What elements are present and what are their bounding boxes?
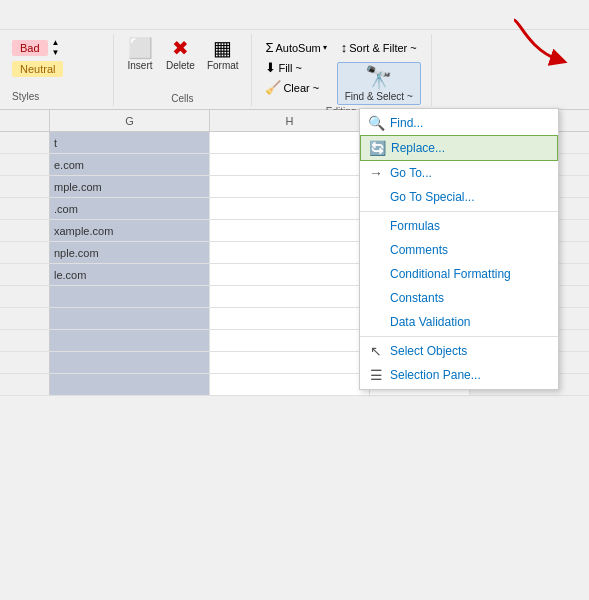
cell-g[interactable]: .com xyxy=(50,198,210,219)
styles-label: Styles xyxy=(12,89,105,102)
row-header xyxy=(0,264,50,285)
cell-g[interactable] xyxy=(50,330,210,351)
formulas-icon xyxy=(368,218,384,234)
sort-icon: ↕ xyxy=(341,40,348,55)
fill-label: Fill ~ xyxy=(278,62,302,74)
format-button[interactable]: ▦ Format xyxy=(203,36,243,73)
find-select-button[interactable]: 🔭 Find & Select ~ xyxy=(337,62,421,105)
col-header-g: G xyxy=(50,110,210,131)
row-header xyxy=(0,198,50,219)
cell-g[interactable]: xample.com xyxy=(50,220,210,241)
conditional-icon xyxy=(368,266,384,282)
row-header xyxy=(0,330,50,351)
cells-buttons: ⬜ Insert ✖ Delete ▦ Format xyxy=(122,36,243,91)
clear-button[interactable]: 🧹 Clear ~ xyxy=(261,78,330,97)
selection-pane-icon: ☰ xyxy=(368,367,384,383)
menu-formulas[interactable]: Formulas xyxy=(360,214,558,238)
find-select-label: Find & Select ~ xyxy=(345,91,413,102)
insert-label: Insert xyxy=(127,60,152,71)
row-header xyxy=(0,176,50,197)
autosum-arrow: ▾ xyxy=(323,43,327,52)
cell-h[interactable] xyxy=(210,132,370,153)
ribbon: Bad ▲▼ Neutral Styles ⬜ Insert ✖ Delete xyxy=(0,0,589,110)
sort-filter-button[interactable]: ↕ Sort & Filter ~ xyxy=(337,38,421,57)
cell-g[interactable]: nple.com xyxy=(50,242,210,263)
menu-comments[interactable]: Comments xyxy=(360,238,558,262)
row-header xyxy=(0,154,50,175)
menu-comments-label: Comments xyxy=(390,243,448,257)
cell-h[interactable] xyxy=(210,286,370,307)
row-header xyxy=(0,308,50,329)
cell-h[interactable] xyxy=(210,330,370,351)
cell-h[interactable] xyxy=(210,264,370,285)
replace-icon: 🔄 xyxy=(369,140,385,156)
find-select-dropdown: 🔍 Find... 🔄 Replace... → Go To... Go To … xyxy=(359,108,559,390)
menu-formulas-label: Formulas xyxy=(390,219,440,233)
cell-h[interactable] xyxy=(210,176,370,197)
fill-button[interactable]: ⬇ Fill ~ xyxy=(261,58,330,77)
menu-goto[interactable]: → Go To... xyxy=(360,161,558,185)
cell-g[interactable] xyxy=(50,286,210,307)
clear-icon: 🧹 xyxy=(265,80,281,95)
cell-h[interactable] xyxy=(210,198,370,219)
menu-conditional-label: Conditional Formatting xyxy=(390,267,511,281)
sort-find-group: ↕ Sort & Filter ~ 🔭 Find & Select ~ xyxy=(337,38,421,105)
data-validation-icon xyxy=(368,314,384,330)
styles-group: Bad ▲▼ Neutral Styles xyxy=(4,34,114,106)
cell-h[interactable] xyxy=(210,220,370,241)
menu-replace[interactable]: 🔄 Replace... xyxy=(360,135,558,161)
row-header xyxy=(0,352,50,373)
menu-replace-label: Replace... xyxy=(391,141,445,155)
cell-h[interactable] xyxy=(210,242,370,263)
row-header xyxy=(0,220,50,241)
sort-label: Sort & Filter ~ xyxy=(349,42,417,54)
cell-h[interactable] xyxy=(210,308,370,329)
constants-icon xyxy=(368,290,384,306)
cell-g[interactable] xyxy=(50,308,210,329)
style-neutral: Neutral xyxy=(12,61,63,77)
cell-g[interactable]: e.com xyxy=(50,154,210,175)
editing-buttons: Σ AutoSum ▾ ⬇ Fill ~ 🧹 Clear ~ xyxy=(261,36,420,104)
cell-h[interactable] xyxy=(210,374,370,395)
cell-g[interactable]: le.com xyxy=(50,264,210,285)
goto-special-icon xyxy=(368,189,384,205)
insert-button[interactable]: ⬜ Insert xyxy=(122,36,158,73)
row-header xyxy=(0,132,50,153)
format-label: Format xyxy=(207,60,239,71)
row-header xyxy=(0,374,50,395)
row-header xyxy=(0,286,50,307)
cell-h[interactable] xyxy=(210,352,370,373)
menu-goto-special[interactable]: Go To Special... xyxy=(360,185,558,209)
menu-select-objects[interactable]: ↖ Select Objects xyxy=(360,339,558,363)
menu-find-label: Find... xyxy=(390,116,423,130)
col-header-h: H xyxy=(210,110,370,131)
cell-g[interactable]: t xyxy=(50,132,210,153)
menu-divider-2 xyxy=(360,336,558,337)
cells-group: ⬜ Insert ✖ Delete ▦ Format Cells xyxy=(114,34,252,106)
autosum-label: AutoSum xyxy=(275,42,320,54)
cell-h[interactable] xyxy=(210,154,370,175)
find-icon: 🔍 xyxy=(368,115,384,131)
menu-goto-special-label: Go To Special... xyxy=(390,190,475,204)
delete-button[interactable]: ✖ Delete xyxy=(162,36,199,73)
autosum-button[interactable]: Σ AutoSum ▾ xyxy=(261,38,330,57)
menu-selection-pane[interactable]: ☰ Selection Pane... xyxy=(360,363,558,387)
delete-icon: ✖ xyxy=(172,38,189,58)
menu-data-validation-label: Data Validation xyxy=(390,315,471,329)
goto-icon: → xyxy=(368,165,384,181)
insert-icon: ⬜ xyxy=(128,38,153,58)
select-objects-icon: ↖ xyxy=(368,343,384,359)
cell-g[interactable]: mple.com xyxy=(50,176,210,197)
ribbon-main: Bad ▲▼ Neutral Styles ⬜ Insert ✖ Delete xyxy=(0,30,589,110)
cell-g[interactable] xyxy=(50,352,210,373)
menu-constants[interactable]: Constants xyxy=(360,286,558,310)
menu-data-validation[interactable]: Data Validation xyxy=(360,310,558,334)
menu-conditional[interactable]: Conditional Formatting xyxy=(360,262,558,286)
comments-icon xyxy=(368,242,384,258)
arrow-find-select xyxy=(509,10,579,70)
format-icon: ▦ xyxy=(213,38,232,58)
clear-label: Clear ~ xyxy=(283,82,319,94)
cell-g[interactable] xyxy=(50,374,210,395)
menu-find[interactable]: 🔍 Find... xyxy=(360,111,558,135)
ribbon-top xyxy=(0,0,589,30)
